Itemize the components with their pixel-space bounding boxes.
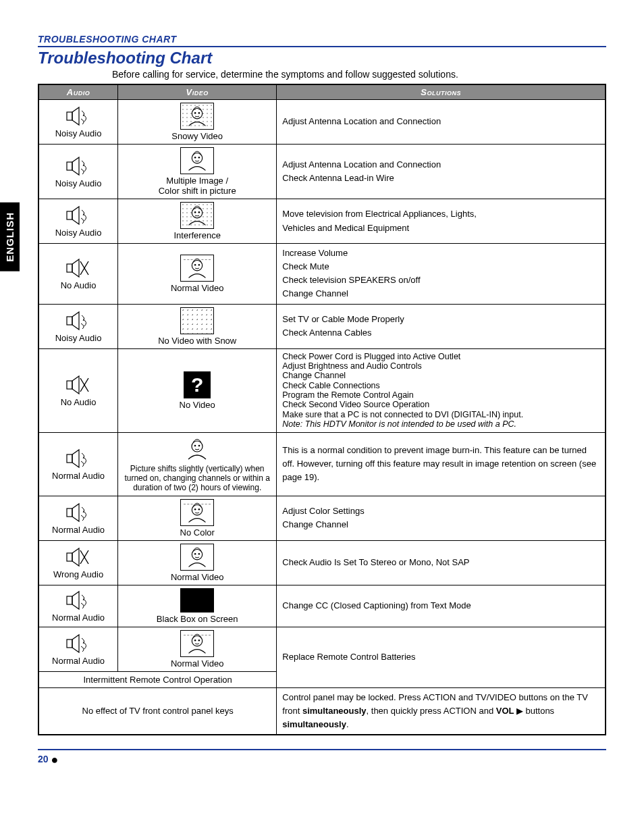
video-cell: Interference (118, 199, 277, 244)
solution-cell: Control panel may be locked. Press ACTIO… (277, 687, 606, 735)
video-label: Picture shifts slightly (vertically) whe… (124, 464, 271, 493)
audio-label: No Audio (45, 280, 112, 290)
solution-cell: Replace Remote Control Batteries (277, 627, 606, 687)
face-framed-dash-icon (180, 499, 214, 526)
video-cell: Picture shifts slightly (vertically) whe… (118, 432, 277, 496)
audio-cell: No Audio (38, 348, 118, 432)
face-framed-icon (180, 147, 214, 174)
audio-cell: Normal Audio (38, 585, 118, 627)
video-cell: Normal Video (118, 540, 277, 585)
speaker-noisy-icon (65, 205, 91, 226)
section-header: TROUBLESHOOTING CHART (38, 34, 606, 47)
intro-text: Before calling for service, determine th… (112, 69, 606, 80)
audio-cell: Normal Audio (38, 627, 118, 671)
speaker-muted-icon (65, 257, 91, 279)
audio-label: Normal Audio (45, 471, 112, 481)
audio-cell: Noisy Audio (38, 100, 118, 145)
speaker-noisy-icon (65, 502, 91, 523)
video-label: Normal Video (124, 283, 271, 293)
audio-label: Normal Audio (45, 613, 112, 623)
audio-cell: Normal Audio (38, 432, 118, 496)
face-icon (180, 436, 214, 463)
audio-cell: No Audio (38, 244, 118, 305)
page-title: Troubleshooting Chart (38, 49, 606, 68)
video-cell: Snowy Video (118, 100, 277, 145)
solution-cell: Move television from Electrical Applianc… (277, 199, 606, 244)
col-header-audio: Audio (38, 84, 118, 100)
audio-label: Normal Audio (45, 656, 112, 666)
face-snowy-icon (180, 103, 214, 130)
video-label: Multiple Image /Color shift in picture (124, 176, 271, 196)
audio-label: Wrong Audio (45, 569, 112, 579)
speaker-muted-icon (65, 374, 91, 396)
col-header-video: Video (118, 84, 277, 100)
audio-cell: Wrong Audio (38, 540, 118, 585)
video-cell: Normal Video (118, 244, 277, 305)
video-cell: Multiple Image /Color shift in picture (118, 145, 277, 199)
face-framed-dash-icon (180, 630, 214, 657)
video-cell: Black Box on Screen (118, 585, 277, 627)
audio-cell: Noisy Audio (38, 145, 118, 199)
video-label: No Video (124, 400, 271, 410)
solution-cell: Change CC (Closed Captioning) from Text … (277, 585, 606, 627)
audio-cell: Normal Audio (38, 496, 118, 540)
question-box-icon: ? (184, 371, 211, 398)
page-number: 20 ● (38, 754, 58, 764)
solution-cell: Check Audio Is Set To Stereo or Mono, No… (277, 540, 606, 585)
face-framed-dash-icon (180, 255, 214, 282)
solution-cell: Adjust Antenna Location and ConnectionCh… (277, 145, 606, 199)
solution-cell: Set TV or Cable Mode ProperlyCheck Anten… (277, 304, 606, 348)
audio-label: No Audio (45, 397, 112, 407)
troubleshooting-table: Audio Video Solutions Noisy AudioSnowy V… (38, 84, 606, 735)
speaker-noisy-icon (65, 310, 91, 332)
face-snowy-icon (180, 202, 214, 229)
video-label: Normal Video (124, 572, 271, 582)
snow-icon (180, 307, 214, 334)
solution-cell: Check Power Cord is Plugged into Active … (277, 348, 606, 432)
audio-label: Noisy Audio (45, 178, 112, 188)
solution-cell: This is a normal condition to prevent im… (277, 432, 606, 496)
solution-cell: Adjust Color SettingsChange Channel (277, 496, 606, 540)
speaker-noisy-icon (65, 448, 91, 469)
audio-label: Noisy Audio (45, 228, 112, 238)
audio-label: Noisy Audio (45, 128, 112, 138)
video-label: Normal Video (124, 658, 271, 669)
col-header-solutions: Solutions (277, 84, 606, 100)
video-label: No Video with Snow (124, 336, 271, 346)
video-label: No Color (124, 527, 271, 538)
footer: 20 ● (38, 749, 606, 767)
span-symptom: No effect of TV front control panel keys (38, 687, 277, 735)
audio-cell: Noisy Audio (38, 304, 118, 348)
audio-cell: Noisy Audio (38, 199, 118, 244)
speaker-noisy-icon (65, 155, 91, 177)
solution-cell: Increase VolumeCheck MuteCheck televisio… (277, 244, 606, 305)
speaker-noisy-icon (65, 590, 91, 611)
video-cell: Normal Video (118, 627, 277, 671)
video-label: Interference (124, 230, 271, 240)
speaker-noisy-icon (65, 105, 91, 127)
speaker-muted-icon (65, 546, 91, 568)
audio-label: Normal Audio (45, 525, 112, 535)
video-cell: No Video with Snow (118, 304, 277, 348)
language-tab: ENGLISH (0, 203, 20, 271)
audio-label: Noisy Audio (45, 333, 112, 343)
video-label: Black Box on Screen (124, 614, 271, 624)
video-label: Snowy Video (124, 131, 271, 141)
black-box-icon (180, 588, 214, 613)
span-symptom: Intermittent Remote Control Operation (38, 671, 277, 687)
video-cell: ?No Video (118, 348, 277, 432)
solution-cell: Adjust Antenna Location and Connection (277, 100, 606, 145)
speaker-noisy-icon (65, 633, 91, 654)
face-framed-icon (180, 544, 214, 571)
video-cell: No Color (118, 496, 277, 540)
